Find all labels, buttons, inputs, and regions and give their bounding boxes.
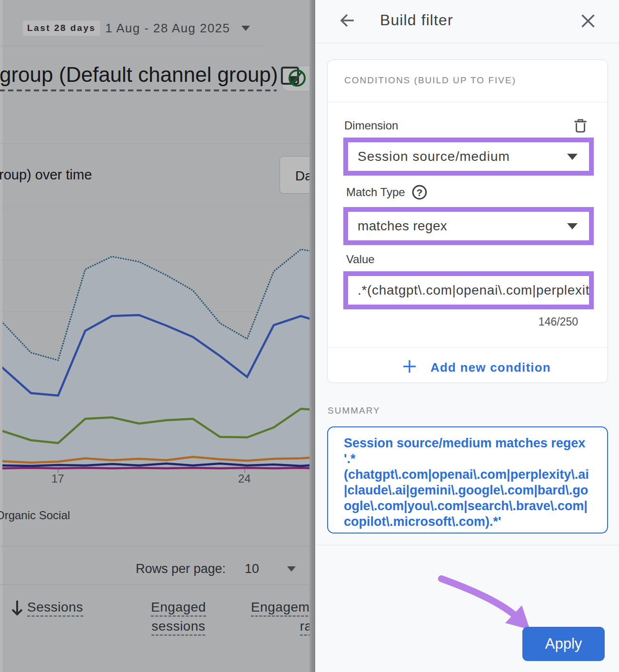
svg-text:?: ? [417,187,423,198]
